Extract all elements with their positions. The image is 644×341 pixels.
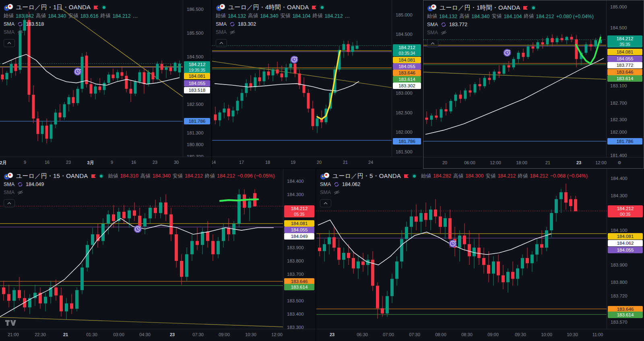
price-tag[interactable]: 183.614 bbox=[393, 76, 421, 83]
sma-row[interactable]: SMA 183.302 bbox=[216, 20, 350, 28]
price-tag[interactable]: 183.614 bbox=[607, 75, 642, 82]
flag-icon[interactable] bbox=[93, 5, 99, 10]
price-tag[interactable]: 184.21203:35:34 bbox=[393, 44, 421, 56]
sma-row[interactable]: SMA 183.772 bbox=[427, 21, 594, 29]
price-tag[interactable]: 183.614 bbox=[608, 312, 643, 318]
low-label: 安値 bbox=[491, 13, 502, 20]
price-tag[interactable]: 184.21205:35 bbox=[284, 205, 314, 217]
flag-icon[interactable] bbox=[91, 174, 96, 178]
tradingview-logo[interactable] bbox=[5, 319, 17, 327]
collapse-legend-button[interactable] bbox=[4, 199, 15, 207]
candle bbox=[281, 73, 283, 77]
price-tag[interactable]: 184.062 bbox=[608, 240, 643, 246]
time-axis[interactable]: 2006:0012:0018:00212312:00⚙ bbox=[423, 157, 644, 168]
candle bbox=[133, 211, 136, 216]
time-axis[interactable]: 2月916233月9162330 bbox=[0, 157, 211, 168]
candle bbox=[430, 116, 433, 120]
time-axis[interactable]: 2306:3007:0007:3008:0008:3009:0009:3010:… bbox=[316, 329, 644, 341]
flag-icon[interactable] bbox=[312, 5, 317, 10]
time-tick: 12:00 bbox=[595, 160, 607, 165]
candle bbox=[138, 216, 141, 226]
high-value: 184.300 bbox=[465, 173, 483, 179]
price-tag[interactable]: 183.646 bbox=[393, 70, 421, 76]
price-tick: 183.800 bbox=[611, 280, 627, 285]
eye-off-icon[interactable] bbox=[334, 190, 340, 195]
time-tick: 23 bbox=[66, 160, 71, 165]
trend-line bbox=[0, 317, 284, 327]
price-tag[interactable]: 184.081 bbox=[184, 73, 210, 79]
price-tag[interactable]: 183.614 bbox=[284, 284, 314, 290]
symbol-title[interactable]: ユーロ／円・4時間・OANDA bbox=[228, 4, 309, 11]
price-tag[interactable]: 184.055 bbox=[608, 247, 643, 253]
time-axis[interactable]: 21:0022:302101:3003:0004:302307:3009:001… bbox=[0, 329, 316, 341]
price-tag[interactable]: 184.21219:35:35 bbox=[184, 61, 210, 73]
price-tag[interactable]: 183.646 bbox=[607, 69, 642, 75]
candle bbox=[517, 53, 520, 59]
sma-row[interactable]: SMA 183.518 bbox=[4, 20, 138, 28]
collapse-legend-button[interactable] bbox=[216, 39, 227, 47]
candle bbox=[59, 113, 62, 118]
price-tick: 180.800 bbox=[187, 142, 204, 147]
candle bbox=[444, 218, 447, 227]
symbol-title[interactable]: ユーロ／円・5・OANDA bbox=[332, 172, 401, 180]
low-value: 184.212 bbox=[185, 173, 203, 179]
eye-off-icon[interactable] bbox=[229, 30, 235, 35]
price-tag[interactable]: 183.772 bbox=[607, 62, 642, 68]
price-tag[interactable]: 184.21200:35 bbox=[608, 205, 643, 217]
eye-off-icon[interactable] bbox=[17, 190, 23, 195]
sma-line bbox=[425, 58, 604, 134]
close-value: 184.212 bbox=[325, 13, 343, 19]
price-tag[interactable]: 184.081 bbox=[393, 57, 421, 63]
sma-row[interactable]: SMA 184.049 bbox=[4, 180, 275, 188]
price-tag[interactable]: 181.786 bbox=[184, 118, 210, 124]
price-tag[interactable]: 181.786 bbox=[393, 138, 421, 145]
sync-icon[interactable] bbox=[441, 22, 446, 27]
collapse-legend-button[interactable] bbox=[320, 199, 331, 207]
price-tag[interactable]: 183.302 bbox=[393, 83, 421, 89]
symbol-title[interactable]: ユーロ／円・1時間・OANDA bbox=[440, 4, 520, 12]
candle bbox=[357, 262, 360, 269]
price-axis[interactable]: 185.000184.500183.100182.700182.300182.0… bbox=[606, 0, 644, 157]
price-tag[interactable]: 184.055 bbox=[284, 227, 314, 233]
price-tag[interactable]: 184.055 bbox=[184, 80, 210, 87]
price-tick: 184.300 bbox=[287, 192, 304, 197]
symbol-title[interactable]: ユーロ／円・1日・OANDA bbox=[16, 4, 91, 11]
sync-icon[interactable] bbox=[17, 182, 23, 187]
price-tag[interactable]: 183.518 bbox=[184, 87, 210, 93]
price-tag[interactable]: 184.081 bbox=[608, 233, 643, 240]
sync-icon[interactable] bbox=[17, 21, 23, 27]
price-tag[interactable]: 184.21235:35 bbox=[607, 35, 642, 48]
collapse-legend-button[interactable] bbox=[427, 39, 438, 48]
sma-row-hidden[interactable]: SMA bbox=[320, 188, 588, 196]
candle bbox=[545, 230, 548, 248]
flag-icon[interactable] bbox=[523, 6, 528, 10]
gear-icon[interactable]: ⚙ bbox=[617, 160, 621, 165]
eye-off-icon[interactable] bbox=[17, 30, 23, 35]
sma-row-hidden[interactable]: SMA bbox=[427, 29, 594, 37]
sma-row-hidden[interactable]: SMA bbox=[216, 28, 350, 36]
candle bbox=[477, 248, 481, 258]
price-axis[interactable]: 184.400184.300184.100183.900183.800183.7… bbox=[607, 169, 644, 329]
price-axis[interactable]: 185.000184.500183.000182.500182.000181.5… bbox=[392, 0, 422, 157]
symbol-title[interactable]: ユーロ／円・15・OANDA bbox=[16, 172, 88, 180]
price-axis[interactable]: 184.400184.300183.900183.800183.700183.5… bbox=[283, 169, 316, 329]
sync-icon[interactable] bbox=[334, 182, 339, 187]
price-tag[interactable]: 184.049 bbox=[284, 233, 314, 240]
price-tag[interactable]: 184.055 bbox=[607, 56, 642, 62]
price-axis[interactable]: 186.500185.500184.500182.500181.300180.8… bbox=[183, 0, 211, 157]
price-tag[interactable]: 184.055 bbox=[393, 63, 421, 70]
collapse-legend-button[interactable] bbox=[4, 39, 15, 47]
candle bbox=[445, 109, 448, 111]
price-tag[interactable]: 181.786 bbox=[607, 138, 642, 145]
time-axis[interactable]: 14171819202124 bbox=[212, 157, 422, 168]
sma-row-hidden[interactable]: SMA bbox=[4, 188, 275, 196]
candle bbox=[506, 272, 510, 282]
sma-row[interactable]: SMA 184.062 bbox=[320, 180, 588, 188]
time-tick: 07:30 bbox=[192, 332, 204, 337]
price-tag[interactable]: 184.081 bbox=[284, 220, 314, 227]
sma-row-hidden[interactable]: SMA bbox=[4, 28, 138, 36]
price-tag[interactable]: 184.081 bbox=[607, 49, 642, 55]
flag-icon[interactable] bbox=[404, 174, 409, 178]
sync-icon[interactable] bbox=[229, 21, 235, 27]
eye-off-icon[interactable] bbox=[441, 30, 447, 35]
